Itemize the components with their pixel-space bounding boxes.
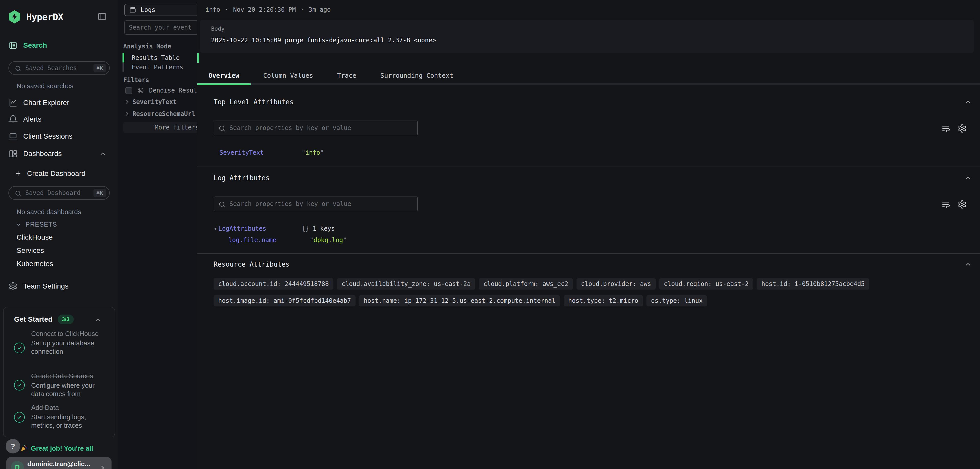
sidebar-item-dashboards[interactable]: Dashboards	[8, 149, 110, 158]
create-dashboard-button[interactable]: Create Dashboard	[14, 170, 86, 177]
section-title-log-attributes: Log Attributes	[213, 174, 269, 182]
saved-dashboards-search[interactable]: ⌘K	[8, 186, 110, 200]
create-dashboard-label: Create Dashboard	[27, 170, 86, 177]
resource-chip[interactable]: cloud.provider: aws	[576, 278, 656, 290]
resource-chip[interactable]: cloud.availability_zone: us-east-2a	[337, 278, 475, 290]
help-button[interactable]: ?	[6, 439, 20, 453]
preset-kubernetes[interactable]: Kubernetes	[17, 260, 53, 268]
attribute-row[interactable]: SeverityText	[220, 149, 264, 156]
app-root: HyperDX Search ⌘K N	[0, 0, 980, 469]
gear-icon[interactable]	[958, 200, 967, 209]
mode-event-patterns[interactable]: Event Patterns	[123, 62, 197, 72]
resource-chip[interactable]: cloud.account.id: 244449518788	[213, 278, 333, 290]
attribute-row[interactable]: log.file.name	[228, 236, 277, 244]
no-saved-searches-note: No saved searches	[17, 82, 73, 90]
more-filters-button[interactable]: More filters	[123, 122, 197, 133]
sidebar-item-alerts[interactable]: Alerts	[8, 115, 110, 124]
no-saved-dashboards-note: No saved dashboards	[17, 208, 81, 216]
attribute-value[interactable]: "dpkg.log"	[310, 236, 347, 244]
sidebar-item-team-settings[interactable]: Team Settings	[8, 282, 110, 291]
preset-services[interactable]: Services	[17, 247, 44, 255]
event-body-card: Body 2025-10-22 10:15:09 purge fonts-dej…	[200, 20, 974, 53]
tab-surrounding-context[interactable]: Surrounding Context	[380, 72, 453, 85]
denoise-label: Denoise Results	[149, 87, 197, 94]
event-detail-panel: info · Nov 20 2:20:30 PM · 3m ago Body 2…	[197, 0, 980, 469]
log-attributes-search-input[interactable]	[214, 197, 417, 211]
get-started-item[interactable]: Connect to ClickHouse Set up your databa…	[14, 329, 106, 356]
event-age: 3m ago	[309, 6, 331, 13]
denoise-checkbox[interactable]	[125, 87, 132, 94]
user-menu[interactable]: D dominic.tran@clic... dominic.tran@clic…	[6, 457, 111, 469]
check-circle-icon	[14, 342, 25, 353]
log-attributes-property-search[interactable]	[213, 196, 418, 211]
attribute-key[interactable]: SeverityText	[220, 149, 264, 156]
resource-chip[interactable]: host.name: ip-172-31-12-5.us-east-2.comp…	[359, 295, 560, 306]
tab-trace[interactable]: Trace	[337, 72, 356, 85]
top-level-property-search[interactable]	[213, 120, 418, 135]
attribute-key[interactable]: LogAttributes	[218, 225, 266, 232]
filter-group-severitytext[interactable]: SeverityText	[124, 98, 177, 106]
get-started-progress-badge: 3/3	[58, 315, 74, 324]
quote: "	[302, 149, 305, 156]
sidebar-item-label: Dashboards	[23, 150, 62, 158]
step-description: Set up your database connection	[31, 339, 100, 356]
severity-text: info	[205, 6, 220, 13]
event-timestamp: Nov 20 2:20:30 PM	[233, 6, 296, 13]
get-started-item[interactable]: Create Data Sources Configure where your…	[14, 372, 106, 398]
line-wrap-icon[interactable]	[941, 124, 950, 133]
resource-chip[interactable]: host.image.id: ami-0f5fcdfbd140e4ab7	[213, 295, 355, 306]
shortcut-badge: ⌘K	[94, 189, 107, 197]
chevron-up-icon[interactable]	[964, 174, 972, 182]
get-started-title: Get Started	[14, 315, 52, 323]
hyperdx-logo-icon	[8, 10, 21, 24]
quote: "	[320, 149, 324, 156]
source-label: Logs	[141, 6, 156, 14]
line-wrap-icon[interactable]	[941, 200, 950, 209]
resource-chip[interactable]: os.type: linux	[646, 295, 707, 306]
tab-column-values[interactable]: Column Values	[263, 72, 313, 85]
plus-icon	[14, 170, 22, 177]
sidebar-item-search[interactable]: Search	[8, 41, 110, 50]
sidebar-item-chart-explorer[interactable]: Chart Explorer	[8, 98, 110, 107]
resource-chip[interactable]: host.id: i-0510b81275acbe4d5	[757, 278, 869, 290]
preset-clickhouse[interactable]: ClickHouse	[17, 233, 53, 241]
attribute-tree-root[interactable]: ▾LogAttributes	[213, 225, 266, 232]
denoise-results-toggle[interactable]: Denoise Results	[125, 87, 197, 94]
chevron-up-icon[interactable]	[94, 316, 102, 324]
filter-group-resourceschemaurl[interactable]: ResourceSchemaUrl	[124, 110, 195, 117]
collapse-sidebar-icon[interactable]	[97, 12, 107, 21]
event-search-input[interactable]	[125, 21, 197, 34]
resource-chip[interactable]: host.type: t2.micro	[564, 295, 643, 306]
resource-chip[interactable]: cloud.region: us-east-2	[659, 278, 753, 290]
mode-results-table[interactable]: Results Table	[123, 53, 197, 62]
presets-header[interactable]: PRESETS	[15, 221, 57, 228]
source-selector[interactable]: Logs	[124, 4, 197, 16]
section-divider	[197, 166, 980, 166]
top-level-search-input[interactable]	[214, 121, 417, 135]
chevron-up-icon[interactable]	[964, 98, 972, 106]
key-count: 1 keys	[313, 225, 335, 232]
caret-down-icon[interactable]: ▾	[213, 225, 217, 232]
chevron-up-icon[interactable]	[964, 260, 972, 268]
separator: ·	[225, 6, 228, 13]
filter-group-label: SeverityText	[132, 98, 177, 106]
saved-searches-search[interactable]: ⌘K	[8, 61, 110, 75]
chevron-up-icon[interactable]	[99, 150, 107, 157]
logo[interactable]: HyperDX	[8, 10, 63, 24]
event-search[interactable]	[124, 21, 197, 35]
attribute-key[interactable]: log.file.name	[228, 236, 277, 244]
resource-chip[interactable]: cloud.platform: aws_ec2	[479, 278, 573, 290]
get-started-item[interactable]: Add Data Start sending logs, metrics, or…	[14, 403, 106, 430]
chevron-right-icon	[124, 111, 130, 117]
tab-overview[interactable]: Overview	[208, 72, 239, 85]
step-title: Create Data Sources	[31, 372, 100, 380]
sidebar-item-client-sessions[interactable]: Client Sessions	[8, 132, 110, 141]
laptop-icon	[8, 132, 18, 141]
braces-icon: {}	[302, 225, 309, 232]
party-popper-icon	[20, 444, 28, 453]
attribute-value[interactable]: "info"	[302, 149, 324, 156]
avatar: D	[11, 461, 24, 469]
lightning-bolt-icon	[11, 13, 18, 21]
step-description: Start sending logs, metrics, or traces	[31, 413, 100, 430]
gear-icon[interactable]	[958, 124, 967, 133]
